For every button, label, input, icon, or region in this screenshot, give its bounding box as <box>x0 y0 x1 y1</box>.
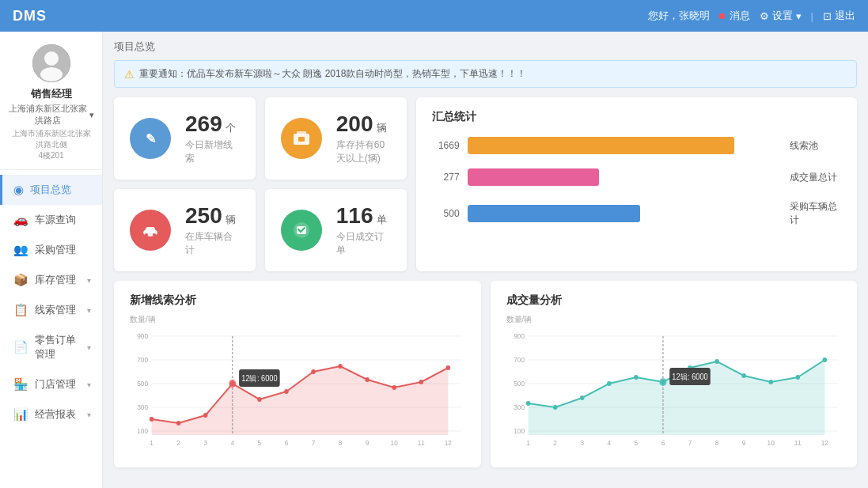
divider: | <box>811 10 813 22</box>
leads-icon: 📋 <box>13 303 28 317</box>
svg-point-69 <box>714 359 719 364</box>
svg-point-70 <box>741 373 746 378</box>
svg-text:300: 300 <box>137 403 148 411</box>
logout-btn[interactable]: ⊡ 退出 <box>823 9 855 23</box>
orders-today-unit: 单 <box>377 214 387 225</box>
report-icon: 📊 <box>13 407 28 422</box>
user-name: 销售经理 <box>8 87 94 101</box>
svg-point-26 <box>203 413 208 418</box>
svg-text:300: 300 <box>514 403 525 411</box>
svg-point-63 <box>552 405 557 410</box>
svg-text:4: 4 <box>231 439 235 447</box>
inventory-60-unit: 辆 <box>377 122 387 134</box>
car-source-icon: 🚗 <box>13 213 28 227</box>
notice-text: 重要通知：优品车发布新车源啦～大众 朗逸 2018款自动时尚型，热销车型，下单迅… <box>139 67 526 81</box>
orders-today-label: 今日成交订单 <box>336 230 391 257</box>
sidebar-item-dashboard[interactable]: ◉ 项目总览 <box>0 175 102 205</box>
chart-leads-area: 900 700 500 300 100 <box>130 328 465 455</box>
bar-label-leads: 线索池 <box>790 139 841 153</box>
inventory-60-value: 200 <box>336 112 373 136</box>
settings-btn[interactable]: ⚙ 设置 ▾ <box>760 9 802 23</box>
svg-text:12辑: 6000: 12辑: 6000 <box>672 373 707 381</box>
store-arrow[interactable]: ▾ <box>89 110 94 120</box>
bar-fill-deals <box>468 168 600 186</box>
svg-text:1: 1 <box>526 439 530 447</box>
bar-label-deals: 成交量总计 <box>790 171 841 184</box>
charts-row: 新增线索分析 数量/辆 900 700 500 300 <box>114 281 857 467</box>
svg-text:700: 700 <box>514 356 525 364</box>
settings-arrow: ▾ <box>796 10 802 22</box>
stat-card-in-stock: 250辆 在库车辆合计 <box>114 189 256 271</box>
svg-text:4: 4 <box>607 439 611 447</box>
sidebar-item-leads[interactable]: 📋 线索管理 ▾ <box>0 295 102 325</box>
chart-leads-title: 新增线索分析 <box>130 293 465 308</box>
svg-text:12: 12 <box>445 439 452 447</box>
svg-text:12辑: 6000: 12辑: 6000 <box>241 374 277 383</box>
sidebar-item-report[interactable]: 📊 经营报表 ▾ <box>0 399 102 429</box>
sidebar-item-retail[interactable]: 📄 零售订单管理 ▾ <box>0 325 102 369</box>
in-stock-info: 250辆 在库车辆合计 <box>185 203 240 257</box>
chart-deals-svg: 900 700 500 300 100 <box>506 328 842 455</box>
chart-leads-card: 新增线索分析 数量/辆 900 700 500 300 <box>114 281 481 467</box>
svg-text:9: 9 <box>741 439 745 447</box>
svg-rect-6 <box>297 131 306 135</box>
app-logo: DMS <box>13 8 47 25</box>
sidebar-item-label: 车源查询 <box>35 213 76 227</box>
svg-point-10 <box>145 233 148 236</box>
svg-text:2: 2 <box>553 439 557 447</box>
svg-rect-7 <box>298 137 305 142</box>
notification-btn[interactable]: 消息 <box>719 9 750 23</box>
svg-text:7: 7 <box>312 439 316 447</box>
svg-point-2 <box>40 67 63 81</box>
sidebar-item-label: 项目总览 <box>30 183 71 197</box>
top-section: ✎ 269个 今日新增线索 <box>114 97 857 271</box>
sidebar-item-label: 零售订单管理 <box>35 333 81 361</box>
sidebar-item-car-source[interactable]: 🚗 车源查询 <box>0 205 102 235</box>
stat-card-inventory-60: 200辆 库存持有60天以上(辆) <box>265 97 407 180</box>
retail-icon: 📄 <box>13 340 28 354</box>
svg-point-34 <box>419 380 423 384</box>
svg-point-35 <box>446 365 451 370</box>
svg-text:500: 500 <box>137 380 148 388</box>
svg-text:5: 5 <box>634 439 638 447</box>
inventory-60-info: 200辆 库存持有60天以上(辆) <box>336 112 391 165</box>
bar-num-leads: 1669 <box>432 140 460 151</box>
svg-text:900: 900 <box>514 332 525 340</box>
sidebar-item-label: 门店管理 <box>35 377 76 392</box>
inventory-60-icon-wrap <box>281 118 322 159</box>
svg-text:500: 500 <box>514 380 525 388</box>
svg-point-25 <box>176 421 181 426</box>
greeting-text: 您好，张晓明 <box>648 9 710 23</box>
svg-point-73 <box>822 357 827 362</box>
bar-num-purchase: 500 <box>432 208 460 219</box>
inventory-icon: 📦 <box>13 273 28 287</box>
store-icon: 🏪 <box>13 377 28 392</box>
svg-point-33 <box>392 385 396 390</box>
svg-point-11 <box>153 233 156 236</box>
svg-point-87 <box>659 378 666 386</box>
svg-point-49 <box>229 380 236 388</box>
bar-track-purchase <box>468 205 782 222</box>
new-leads-info: 269个 今日新增线索 <box>185 112 240 165</box>
svg-rect-9 <box>146 227 155 233</box>
svg-text:8: 8 <box>339 439 343 447</box>
orders-today-value: 116 <box>336 203 373 228</box>
notice-bar: ⚠ 重要通知：优品车发布新车源啦～大众 朗逸 2018款自动时尚型，热销车型，下… <box>114 60 857 88</box>
bar-label-purchase: 采购车辆总计 <box>790 200 841 227</box>
svg-text:9: 9 <box>366 439 370 447</box>
avatar <box>32 44 70 82</box>
chevron-down-icon: ▾ <box>87 276 91 285</box>
svg-point-29 <box>284 389 289 394</box>
svg-point-65 <box>607 381 612 386</box>
sidebar-item-inventory[interactable]: 📦 库存管理 ▾ <box>0 265 102 295</box>
svg-point-66 <box>634 375 639 380</box>
svg-point-1 <box>44 51 59 66</box>
sidebar-item-purchase[interactable]: 👥 采购管理 <box>0 235 102 265</box>
chevron-down-icon: ▾ <box>87 380 91 389</box>
svg-point-24 <box>150 417 154 422</box>
in-stock-icon-wrap <box>130 210 171 251</box>
inventory-60-label: 库存持有60天以上(辆) <box>336 138 391 165</box>
svg-point-30 <box>311 369 316 374</box>
new-leads-icon-wrap: ✎ <box>130 118 171 159</box>
sidebar-item-store[interactable]: 🏪 门店管理 ▾ <box>0 369 102 399</box>
